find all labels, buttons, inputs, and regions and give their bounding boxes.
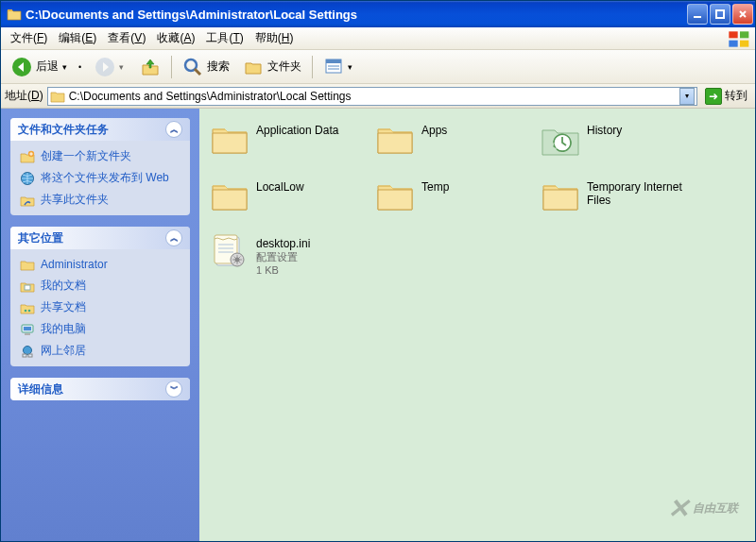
panel-other-places-title: 其它位置 xyxy=(18,230,63,246)
task-link[interactable]: 将这个文件夹发布到 Web xyxy=(20,170,180,186)
folder-item[interactable]: LocalLow xyxy=(205,175,370,231)
folder-item[interactable]: Application Data xyxy=(205,118,370,175)
task-link-label: 将这个文件夹发布到 Web xyxy=(41,170,169,186)
folder-item[interactable]: Temp xyxy=(370,175,536,231)
collapse-icon[interactable]: ︽ xyxy=(165,121,182,138)
svg-rect-21 xyxy=(24,327,31,330)
folder-item[interactable]: Apps xyxy=(370,118,536,175)
folders-icon xyxy=(243,57,264,77)
window-title: C:\Documents and Settings\Administrator\… xyxy=(26,8,687,22)
panel-other-places-header[interactable]: 其它位置 ︽ xyxy=(10,227,190,249)
svg-rect-6 xyxy=(740,41,748,47)
item-name: Apps xyxy=(421,124,447,137)
back-extra-dropdown[interactable]: • xyxy=(78,62,86,72)
minimize-button[interactable] xyxy=(687,4,708,25)
folder-icon xyxy=(540,177,581,214)
content-pane[interactable]: Application DataAppsHistoryLocalLowTempT… xyxy=(199,109,755,541)
svg-rect-2 xyxy=(716,10,724,18)
menu-file[interactable]: 文件(F) xyxy=(5,28,53,48)
panel-file-tasks: 文件和文件夹任务 ︽ 创建一个新文件夹将这个文件夹发布到 Web共享此文件夹 xyxy=(10,118,190,215)
menu-view[interactable]: 查看(V) xyxy=(102,28,151,48)
place-link-label: Administrator xyxy=(41,258,108,271)
ini-file-icon xyxy=(209,233,250,271)
history-folder-icon xyxy=(540,120,581,158)
svg-rect-4 xyxy=(740,31,748,38)
go-arrow-icon: ➜ xyxy=(705,88,722,105)
views-button[interactable]: ▾ xyxy=(318,53,360,81)
menu-help[interactable]: 帮助(H) xyxy=(249,28,300,48)
place-link-label: 我的电脑 xyxy=(41,321,86,337)
menu-tools[interactable]: 工具(T) xyxy=(200,28,249,48)
item-name: Temp xyxy=(421,180,449,194)
menu-edit[interactable]: 编辑(E) xyxy=(53,28,102,48)
up-button[interactable] xyxy=(135,53,165,81)
place-link-label: 网上邻居 xyxy=(41,343,86,359)
svg-rect-1 xyxy=(694,16,701,18)
back-icon xyxy=(11,57,32,77)
svg-rect-22 xyxy=(25,333,30,335)
item-name: desktop.ini xyxy=(256,237,310,250)
panel-file-tasks-title: 文件和文件夹任务 xyxy=(18,122,109,138)
folder-item[interactable]: History xyxy=(536,118,701,175)
svg-point-18 xyxy=(25,309,27,312)
watermark-text: 自由互联 xyxy=(693,500,738,517)
svg-line-10 xyxy=(195,69,200,75)
maximize-button[interactable] xyxy=(710,4,730,25)
titlebar: C:\Documents and Settings\Administrator\… xyxy=(1,1,755,27)
svg-rect-17 xyxy=(25,285,30,290)
place-link[interactable]: 我的文档 xyxy=(20,278,180,294)
addressbar: 地址(D) ▾ ➜ 转到 xyxy=(1,84,755,109)
item-name: Application Data xyxy=(256,124,338,137)
search-button[interactable]: 搜索 xyxy=(178,53,234,81)
forward-button[interactable]: ▾ xyxy=(90,53,131,81)
folders-button[interactable]: 文件夹 xyxy=(238,53,306,81)
address-input[interactable] xyxy=(69,90,676,103)
place-link[interactable]: 共享文档 xyxy=(20,299,180,315)
svg-rect-25 xyxy=(28,354,32,357)
item-desc: 配置设置 xyxy=(256,250,310,264)
menu-favorites[interactable]: 收藏(A) xyxy=(151,28,200,48)
address-dropdown-icon[interactable]: ▾ xyxy=(679,88,695,105)
toolbar: 后退 ▾ • ▾ 搜索 文件夹 ▾ xyxy=(1,50,755,84)
views-dropdown-icon[interactable]: ▾ xyxy=(348,62,355,72)
windows-flag-icon xyxy=(727,29,753,48)
folder-icon xyxy=(209,120,250,158)
place-link[interactable]: Administrator xyxy=(20,257,180,272)
publish-web-icon xyxy=(20,171,35,186)
panel-file-tasks-header[interactable]: 文件和文件夹任务 ︽ xyxy=(10,118,190,141)
place-link[interactable]: 网上邻居 xyxy=(20,343,180,359)
watermark: ✕ 自由互联 xyxy=(667,493,738,524)
go-label: 转到 xyxy=(725,88,747,104)
shared-docs-icon xyxy=(20,300,35,315)
close-button[interactable] xyxy=(732,4,753,25)
forward-icon xyxy=(94,57,115,77)
back-dropdown-icon[interactable]: ▾ xyxy=(62,62,70,72)
svg-rect-12 xyxy=(326,59,341,63)
address-field[interactable]: ▾ xyxy=(47,87,697,106)
task-link-label: 创建一个新文件夹 xyxy=(41,148,131,164)
forward-dropdown-icon[interactable]: ▾ xyxy=(119,62,127,72)
task-link[interactable]: 共享此文件夹 xyxy=(20,192,180,208)
svg-point-19 xyxy=(28,309,31,312)
collapse-icon[interactable]: ︽ xyxy=(165,229,182,246)
network-icon xyxy=(20,344,35,359)
share-folder-icon xyxy=(20,193,35,208)
back-button[interactable]: 后退 ▾ xyxy=(7,53,75,81)
up-folder-icon xyxy=(140,57,161,77)
file-item[interactable]: desktop.ini配置设置1 KB xyxy=(205,231,370,288)
views-icon xyxy=(323,57,344,77)
go-button[interactable]: ➜ 转到 xyxy=(701,88,751,105)
task-link[interactable]: 创建一个新文件夹 xyxy=(20,148,180,164)
folders-label: 文件夹 xyxy=(267,59,301,75)
search-label: 搜索 xyxy=(207,59,230,75)
folder-icon xyxy=(20,257,35,272)
place-link-label: 我的文档 xyxy=(41,278,86,294)
panel-details-header[interactable]: 详细信息 ︾ xyxy=(10,378,190,400)
folder-item[interactable]: Temporary Internet Files xyxy=(536,175,701,231)
expand-icon[interactable]: ︾ xyxy=(165,381,182,398)
svg-point-23 xyxy=(24,346,32,354)
item-size: 1 KB xyxy=(256,264,310,276)
place-link[interactable]: 我的电脑 xyxy=(20,321,180,337)
mydocs-icon xyxy=(20,279,35,294)
svg-rect-5 xyxy=(729,41,737,47)
